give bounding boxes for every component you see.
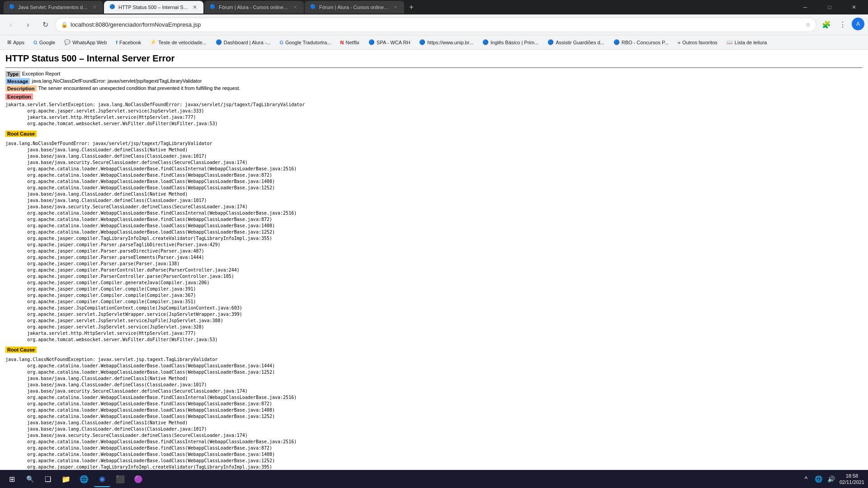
bookmark-rbo-label: RBO - Concursos P... <box>622 40 669 45</box>
error-title: HTTP Status 500 – Internal Server Error <box>5 53 863 64</box>
ingles-favicon: 🔵 <box>482 39 489 45</box>
tab-4-label: Fórum | Alura - Cursos online de... <box>319 5 390 10</box>
tab-3[interactable]: 🔵 Fórum | Alura - Cursos online de... ✕ <box>204 1 304 14</box>
bookmark-spa[interactable]: 🔵 SPA - WCA RH <box>365 38 414 46</box>
type-value: Exception Report <box>22 71 60 77</box>
address-bar: ‹ › ↻ 🔒 ☆ 🧩 ⋮ A <box>0 14 868 35</box>
tab-1-label: Java Servlet: Fundamentos da p... <box>18 5 89 10</box>
tab-3-close[interactable]: ✕ <box>292 3 298 11</box>
root-cause-1-stack-text: java.lang.NoClassDefFoundError: javax/se… <box>5 141 863 343</box>
maximize-button[interactable]: □ <box>819 0 840 14</box>
search-button[interactable]: 🔍 <box>22 471 38 487</box>
root-cause-1-label: Root Cause <box>5 131 37 137</box>
minimize-button[interactable]: ─ <box>795 0 816 14</box>
bookmark-more[interactable]: » Outros favoritos <box>674 39 721 46</box>
back-button[interactable]: ‹ <box>4 18 18 32</box>
task-view-icon: ❑ <box>45 475 51 483</box>
root-cause-2-label: Root Cause <box>5 347 37 353</box>
bookmarks-bar: ⊞ Apps G Google 💬 WhatsApp Web f Faceboo… <box>0 35 868 50</box>
page-content: HTTP Status 500 – Internal Server Error … <box>0 50 868 475</box>
bookmark-rbo[interactable]: 🔵 RBO - Concursos P... <box>610 38 672 46</box>
message-row: Message java.lang.NoClassDefFoundError: … <box>5 78 863 84</box>
tab-2-close[interactable]: ✕ <box>192 3 198 11</box>
description-row: Description The server encountered an un… <box>5 85 863 92</box>
tab-2-favicon: 🔵 <box>109 4 116 10</box>
tray-network[interactable]: 🌐 <box>814 474 823 483</box>
bookmark-reading-list[interactable]: 📖 Lista de leitura <box>723 38 771 46</box>
alura-favicon: 🔵 <box>216 39 222 45</box>
url-bar[interactable]: 🔒 ☆ <box>55 18 816 32</box>
bookmark-ingles-label: Inglês Básico | Prim... <box>491 40 538 45</box>
tab-4-close[interactable]: ✕ <box>392 3 399 11</box>
search-icon: 🔍 <box>26 475 34 483</box>
edge-button[interactable]: 🌐 <box>76 471 92 487</box>
terminal-button[interactable]: ⬛ <box>112 471 128 487</box>
system-tray: ^ 🌐 🔊 18:58 02/11/2021 <box>802 473 864 486</box>
facebook-favicon: f <box>116 40 118 45</box>
eclipse-button[interactable]: 🟣 <box>130 471 146 487</box>
bookmark-facebook[interactable]: f Facebook <box>112 39 145 46</box>
reading-list-label: Lista de leitura <box>735 40 767 45</box>
bookmark-unip[interactable]: 🔵 https://www.unip.br... <box>415 38 477 46</box>
tab-1-close[interactable]: ✕ <box>91 3 98 11</box>
close-button[interactable]: ✕ <box>844 0 864 14</box>
tray-chevron[interactable]: ^ <box>802 474 811 483</box>
extensions-icon[interactable]: 🧩 <box>819 18 834 32</box>
bookmark-whatsapp-label: WhatsApp Web <box>72 40 107 45</box>
url-input[interactable] <box>71 21 803 28</box>
forward-button[interactable]: › <box>21 18 35 32</box>
whatsapp-favicon: 💬 <box>64 39 71 45</box>
file-explorer-button[interactable]: 📁 <box>58 471 74 487</box>
chrome-button[interactable]: ◉ <box>94 471 110 487</box>
tab-4[interactable]: 🔵 Fórum | Alura - Cursos online de... ✕ <box>305 1 404 14</box>
bookmark-apps[interactable]: ⊞ Apps <box>4 38 28 46</box>
bookmark-speed[interactable]: ⚡ Teste de velocidade... <box>146 38 210 46</box>
bookmark-tradutor[interactable]: G Google Tradutortra... <box>276 39 335 46</box>
lock-icon: 🔒 <box>61 22 68 28</box>
profile-button[interactable]: A <box>852 18 864 30</box>
bookmark-alura[interactable]: 🔵 Dashboard | Alura -... <box>212 38 274 46</box>
reading-list-icon: 📖 <box>726 39 733 45</box>
bookmark-other-label: Outros favoritos <box>682 40 717 45</box>
chrome-icon: ◉ <box>99 474 105 483</box>
search-icon[interactable]: ⋮ <box>835 18 850 32</box>
tab-1-favicon: 🔵 <box>9 4 15 10</box>
bookmark-netflix[interactable]: N Netflix <box>337 39 363 46</box>
bookmark-tradutor-label: Google Tradutortra... <box>285 40 331 45</box>
bookmark-star-icon[interactable]: ☆ <box>806 22 811 28</box>
description-value: The server encountered an unexpected con… <box>38 85 241 92</box>
bookmark-unip-label: https://www.unip.br... <box>427 40 473 45</box>
bookmark-alura-label: Dashboard | Alura -... <box>224 40 271 45</box>
unip-favicon: 🔵 <box>419 39 425 45</box>
tray-volume[interactable]: 🔊 <box>827 474 836 483</box>
bookmark-google-label: Google <box>39 40 55 45</box>
bookmark-guardioes[interactable]: 🔵 Assistir Guardiões d... <box>544 38 608 46</box>
description-key: Description <box>5 85 37 92</box>
root-cause-1-stack: java.lang.NoClassDefFoundError: javax/se… <box>5 141 863 343</box>
exception-key: Exception <box>5 94 33 100</box>
eclipse-icon: 🟣 <box>134 475 143 483</box>
bookmark-facebook-label: Facebook <box>119 40 141 45</box>
tray-time[interactable]: 18:58 02/11/2021 <box>840 473 864 486</box>
rbo-favicon: 🔵 <box>613 39 620 45</box>
bookmark-guardioes-label: Assistir Guardiões d... <box>556 40 604 45</box>
bookmark-google[interactable]: G Google <box>30 39 59 46</box>
bookmark-whatsapp[interactable]: 💬 WhatsApp Web <box>61 38 110 46</box>
date-display: 02/11/2021 <box>840 479 864 485</box>
google-favicon: G <box>33 40 38 45</box>
new-tab-button[interactable]: + <box>405 1 418 14</box>
tab-2[interactable]: 🔵 HTTP Status 500 – Internal Serve... ✕ <box>104 1 203 14</box>
title-bar: 🔵 Java Servlet: Fundamentos da p... ✕ 🔵 … <box>0 0 868 14</box>
refresh-button[interactable]: ↻ <box>38 18 52 32</box>
root-cause-2-label-row: Root Cause <box>5 345 863 355</box>
bookmark-ingles[interactable]: 🔵 Inglês Básico | Prim... <box>479 38 542 46</box>
tab-3-favicon: 🔵 <box>210 4 216 10</box>
message-key: Message <box>5 78 30 84</box>
task-view-button[interactable]: ❑ <box>40 471 56 487</box>
edge-icon: 🌐 <box>80 475 89 483</box>
tab-2-label: HTTP Status 500 – Internal Serve... <box>118 5 189 10</box>
bookmark-speed-label: Teste de velocidade... <box>158 40 206 45</box>
tab-1[interactable]: 🔵 Java Servlet: Fundamentos da p... ✕ <box>4 1 103 14</box>
type-row: Type Exception Report <box>5 71 863 77</box>
start-button[interactable]: ⊞ <box>4 471 20 487</box>
